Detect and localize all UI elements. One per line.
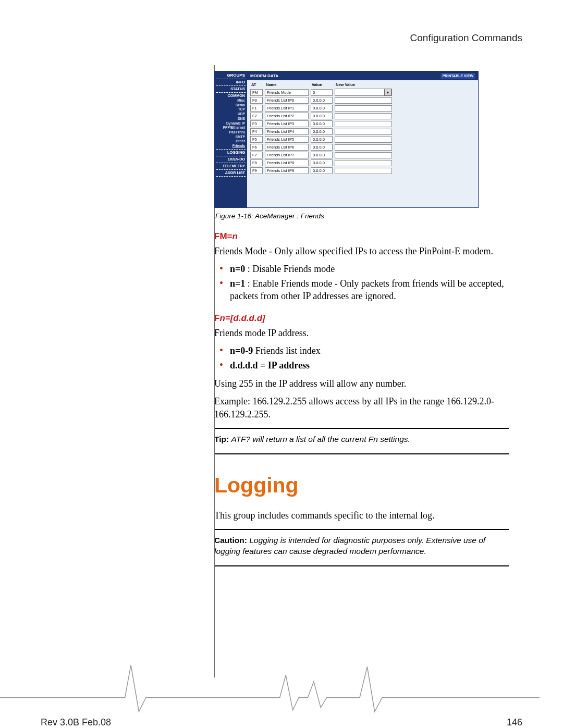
cell-value: 0.0.0.0 (311, 128, 333, 135)
table-row: F4Friends List IP40.0.0.0 (249, 128, 393, 135)
cell-value: 0.0.0.0 (311, 113, 333, 119)
sidebar-sub-passthru[interactable]: PassThru (215, 130, 247, 135)
cell-value: 0.0.0.0 (311, 144, 333, 151)
cell-at: F2 (250, 113, 263, 119)
col-at: AT (249, 81, 264, 88)
cell-name: Friends List IP8 (265, 159, 309, 166)
cell-name: Friends List IP7 (265, 152, 309, 158)
col-newvalue: New Value (334, 81, 393, 88)
cell-name: Friends Mode (265, 89, 309, 96)
cell-value: 0.0.0.0 (311, 159, 333, 166)
new-value-input[interactable] (335, 113, 392, 119)
rule (214, 529, 509, 530)
table-row: F5Friends List IP50.0.0.0 (249, 135, 393, 143)
cell-name: Friends List IP1 (265, 105, 309, 112)
rule (214, 453, 509, 454)
cell-at: F5 (250, 136, 263, 143)
groups-label: GROUPS (215, 72, 247, 78)
sidebar-item-status[interactable]: STATUS (215, 87, 247, 92)
cmd-fm-opt1: n=1 : Enable Friends mode - Only packets… (230, 277, 509, 304)
new-value-input[interactable] (335, 137, 392, 143)
cell-name: Friends List IP5 (265, 136, 309, 143)
cmd-fn-opt0: n=0-9 Friends list index (230, 344, 509, 359)
cmd-fm-opt0: n=0 : Disable Friends mode (230, 263, 509, 277)
cell-at: F7 (250, 152, 263, 158)
footer-rev: Rev 3.0B Feb.08 (41, 717, 111, 728)
cmd-fn-opt1: d.d.d.d = IP address (230, 359, 509, 373)
cell-name: Friends List IP0 (265, 97, 309, 104)
table-row: F6Friends List IP60.0.0.0 (249, 143, 393, 151)
new-value-input[interactable] (335, 105, 392, 112)
cell-name: Friends List IP6 (265, 144, 309, 151)
figure-caption: Figure 1-16: AceManager : Friends (215, 212, 509, 220)
cell-name: Friends List IP4 (265, 128, 309, 135)
rule (214, 565, 509, 566)
new-value-input[interactable] (335, 129, 392, 135)
table-row: F3Friends List IP30.0.0.0 (249, 120, 393, 128)
ecg-decoration (0, 658, 540, 718)
cmd-fn-heading: Fn=[d.d.d.d] (214, 313, 509, 324)
sidebar-item-telemetry[interactable]: TELEMETRY (215, 164, 247, 169)
sidebar-item-logging[interactable]: LOGGING (215, 150, 247, 155)
sidebar-sub-other[interactable]: Other (215, 139, 247, 144)
cmd-fn-desc: Friends mode IP address. (214, 327, 509, 339)
layout-rule (50, 65, 215, 677)
new-value-input[interactable] (335, 152, 392, 158)
modem-data-label: MODEM DATA (250, 73, 278, 78)
sidebar-item-info[interactable]: INFO (215, 80, 247, 85)
tip-block: Tip: ATF? will return a list of all the … (214, 433, 509, 446)
table-row: F0Friends List IP00.0.0.0 (249, 96, 393, 104)
cmd-fm-desc: Friends Mode - Only allow specified IPs … (214, 245, 509, 257)
sidebar-sub-serial[interactable]: Serial (215, 103, 247, 108)
cell-at: F1 (250, 105, 263, 112)
cell-at: F9 (250, 167, 263, 174)
cell-value: 0.0.0.0 (311, 152, 333, 158)
col-value: Value (310, 81, 334, 88)
new-value-input[interactable] (335, 168, 392, 174)
sidebar-sub-smtp[interactable]: SMTP (215, 135, 247, 140)
ace-sidebar: GROUPS INFO STATUS COMMON Misc Serial TC… (215, 71, 247, 207)
cell-at: F0 (250, 97, 263, 104)
cmd-fn-after1: Using 255 in the IP address will allow a… (214, 377, 509, 390)
section-logging-body: This group includes commands specific to… (214, 509, 509, 522)
section-logging-heading: Logging (214, 473, 509, 498)
sidebar-sub-pppethernet[interactable]: PPP/Ethernet (215, 126, 247, 130)
cell-value: 0.0.0.0 (311, 167, 333, 174)
sidebar-sub-friends[interactable]: Friends (215, 144, 247, 149)
new-value-input[interactable] (335, 121, 392, 127)
chevron-down-icon[interactable]: ▼ (384, 89, 391, 96)
sidebar-sub-tcp[interactable]: TCP (215, 107, 247, 112)
table-row: F2Friends List IP20.0.0.0 (249, 112, 393, 120)
sidebar-sub-dynamicip[interactable]: Dynamic IP (215, 121, 247, 126)
friends-table: AT Name Value New Value FMFriends Mode0▼… (249, 81, 393, 175)
table-row: F9Friends List IP90.0.0.0 (249, 167, 393, 175)
table-row: F7Friends List IP70.0.0.0 (249, 151, 393, 159)
ace-body: AT Name Value New Value FMFriends Mode0▼… (247, 80, 478, 207)
sidebar-item-common[interactable]: COMMON (215, 93, 247, 98)
printable-view-button[interactable]: PRINTABLE VIEW (440, 72, 476, 79)
new-value-input[interactable] (335, 97, 392, 104)
caution-block: Caution: Logging is intended for diagnos… (214, 534, 509, 558)
cell-value: 0.0.0.0 (311, 97, 333, 104)
sidebar-sub-udp[interactable]: UDP (215, 112, 247, 117)
new-value-input[interactable] (335, 160, 392, 166)
cmd-fm-heading: FM=n (214, 231, 509, 242)
sidebar-item-evdo[interactable]: 1X/EV-DO (215, 157, 247, 162)
cell-value: 0 (311, 89, 333, 96)
cell-value: 0.0.0.0 (311, 136, 333, 143)
cell-value: 0.0.0.0 (311, 105, 333, 112)
page-header: Configuration Commands (50, 32, 522, 44)
acemanager-panel: GROUPS INFO STATUS COMMON Misc Serial TC… (214, 71, 479, 208)
cell-at: F8 (250, 159, 263, 166)
cell-at: F3 (250, 120, 263, 127)
table-row: F1Friends List IP10.0.0.0 (249, 104, 393, 112)
rule (214, 428, 509, 429)
sidebar-sub-misc[interactable]: Misc (215, 98, 247, 103)
new-value-select[interactable]: ▼ (335, 89, 392, 96)
cell-at: F4 (250, 128, 263, 135)
sidebar-sub-dns[interactable]: DNS (215, 117, 247, 121)
cell-name: Friends List IP3 (265, 120, 309, 127)
table-row: FMFriends Mode0▼ (249, 88, 393, 96)
new-value-input[interactable] (335, 144, 392, 151)
sidebar-item-addrlist[interactable]: ADDR LIST (215, 170, 247, 176)
